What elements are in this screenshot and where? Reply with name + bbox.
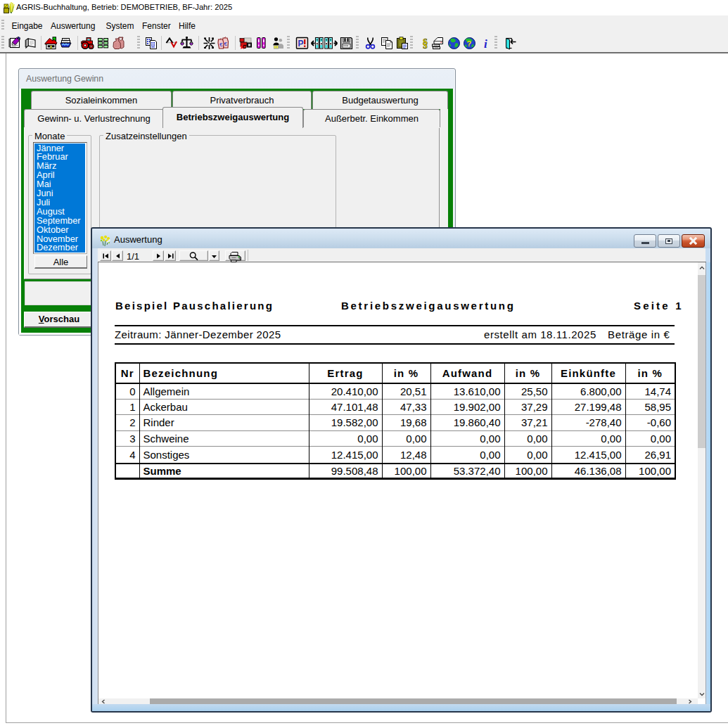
svg-text:i: i bbox=[484, 37, 487, 51]
svg-text:§: § bbox=[423, 37, 428, 49]
svg-text:P: P bbox=[298, 39, 304, 49]
svg-text:€: € bbox=[224, 41, 228, 47]
svg-text:€: € bbox=[219, 41, 223, 48]
svg-text:?: ? bbox=[467, 39, 472, 48]
